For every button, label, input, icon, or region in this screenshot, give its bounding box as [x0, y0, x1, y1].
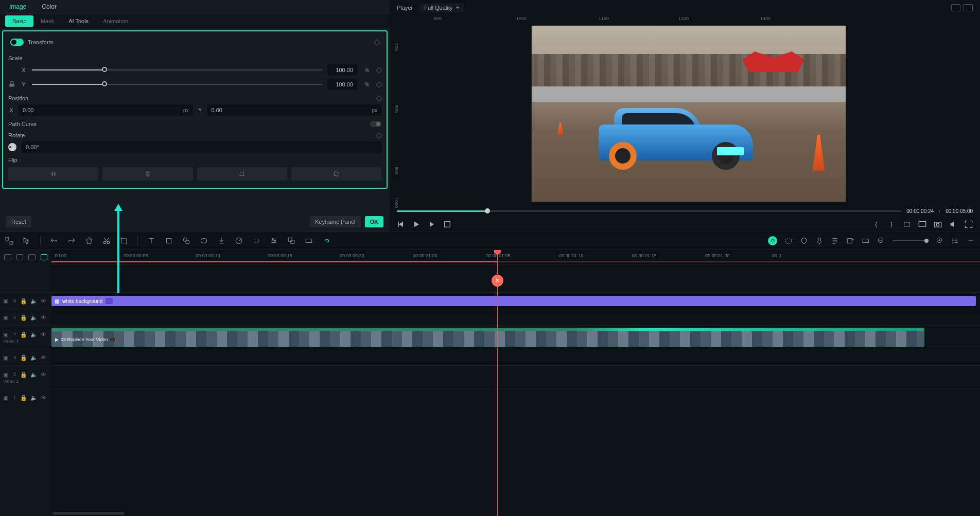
quality-dropdown[interactable]: Full Quality	[420, 3, 464, 12]
clip-white-background[interactable]: ▦ white background	[51, 296, 976, 306]
track-6[interactable]: ▦ white background	[51, 292, 980, 309]
track-4[interactable]: ▶ 09 Replace Your Video	[51, 325, 980, 349]
tab-color[interactable]: Color	[42, 3, 57, 10]
pointer-tool-icon[interactable]	[23, 237, 31, 245]
flip-vertical-button[interactable]	[102, 167, 192, 181]
zoom-in-icon[interactable]	[936, 237, 944, 245]
tl-head-btn-4[interactable]	[41, 254, 48, 260]
preview-canvas[interactable]	[400, 23, 977, 205]
pos-x-input[interactable]: 0.00 px	[19, 104, 193, 116]
stop-button[interactable]	[443, 220, 451, 228]
group-icon[interactable]	[287, 237, 295, 245]
display-icon[interactable]	[918, 220, 926, 228]
track-head-3[interactable]: ▣3 🔒🔈👁	[0, 349, 51, 365]
scale-x-keyframe-icon[interactable]	[376, 67, 382, 74]
speed-icon[interactable]	[235, 237, 243, 245]
reverse-icon[interactable]	[252, 237, 260, 245]
prev-frame-button[interactable]	[397, 220, 405, 228]
camera-icon[interactable]: ▣	[3, 298, 9, 304]
mark-out-button[interactable]: }	[887, 220, 896, 228]
mark-in-button[interactable]: {	[872, 220, 880, 228]
mute-icon[interactable]: 🔈	[30, 298, 37, 304]
tab-image[interactable]: Image	[9, 3, 26, 10]
loop-icon[interactable]	[903, 220, 911, 228]
undo-icon[interactable]	[50, 237, 58, 245]
rotate-keyframe-icon[interactable]	[376, 132, 382, 139]
timeline-scrollbar[interactable]	[51, 512, 980, 515]
record-icon[interactable]	[846, 237, 854, 245]
scale-x-value[interactable]: 100.00	[327, 64, 357, 76]
volume-icon[interactable]	[949, 220, 957, 228]
track-2[interactable]	[51, 365, 980, 389]
keyframe-panel-button[interactable]: Keyframe Panel	[310, 216, 360, 227]
ok-button[interactable]: OK	[365, 216, 384, 227]
cut-badge[interactable]: ✕	[492, 275, 503, 287]
shape-icon[interactable]	[165, 237, 173, 245]
list-icon[interactable]	[951, 237, 959, 245]
rotate-dial[interactable]	[8, 143, 16, 151]
compound-icon[interactable]	[305, 237, 313, 245]
shield-icon[interactable]	[800, 237, 808, 245]
crop-icon[interactable]	[120, 237, 128, 245]
download-icon[interactable]	[217, 237, 225, 245]
track-head-1[interactable]: ▣1 🔒🔈👁	[0, 389, 51, 405]
track-head-6[interactable]: ▣6 🔒 🔈 👁	[0, 292, 51, 309]
subtab-mask[interactable]: Mask	[33, 14, 61, 28]
scale-y-value[interactable]: 100.00	[327, 79, 357, 90]
delete-icon[interactable]	[85, 237, 93, 245]
compare-view-icon[interactable]	[951, 4, 960, 11]
playhead[interactable]: ✕	[497, 250, 498, 516]
snapshot-icon[interactable]	[934, 220, 942, 228]
cut-icon[interactable]	[102, 237, 111, 245]
eye-icon[interactable]: 👁	[41, 298, 47, 304]
transform-toggle[interactable]	[10, 39, 24, 46]
track-head-2[interactable]: ▣2🔒🔈👁 Video 2	[0, 365, 51, 389]
track-head-4[interactable]: ▣4🔒🔈👁 Video 4	[0, 325, 51, 349]
clip-replace-video[interactable]: ▶ 09 Replace Your Video	[51, 328, 924, 347]
player-progress[interactable]	[397, 210, 901, 212]
mic-icon[interactable]	[815, 237, 824, 245]
flip-rotate-ccw-button[interactable]	[291, 167, 381, 181]
enhance-icon[interactable]	[784, 237, 793, 245]
timeline-tracks[interactable]: :00:00 00:00:00:05 00:00:00:10 00:00:00:…	[51, 250, 980, 516]
tl-head-btn-1[interactable]	[4, 254, 11, 260]
position-keyframe-icon[interactable]	[376, 95, 382, 102]
subtab-aitools[interactable]: AI Tools	[61, 14, 96, 28]
track-head-5[interactable]: ▣5 🔒🔈👁	[0, 309, 51, 325]
track-1[interactable]	[51, 389, 980, 405]
scale-y-keyframe-icon[interactable]	[376, 81, 382, 88]
audio-mix-icon[interactable]	[831, 237, 839, 245]
scale-x-slider[interactable]	[32, 69, 322, 70]
settings-icon[interactable]	[967, 237, 975, 245]
mask-icon[interactable]	[200, 237, 208, 245]
track-3[interactable]	[51, 349, 980, 365]
track-5[interactable]	[51, 309, 980, 325]
pathcurve-toggle[interactable]	[370, 121, 381, 127]
transform-keyframe-icon[interactable]	[374, 39, 380, 46]
flip-rotate-cw-button[interactable]	[197, 167, 287, 181]
text-icon[interactable]	[147, 237, 155, 245]
chain-icon[interactable]	[322, 237, 330, 245]
pos-y-input[interactable]: 0.00 px	[207, 104, 382, 116]
scale-y-slider[interactable]	[32, 84, 322, 85]
tl-head-btn-2[interactable]	[16, 254, 24, 260]
subtab-basic[interactable]: Basic	[5, 15, 33, 27]
lock-icon[interactable]	[8, 81, 15, 88]
zoom-slider[interactable]	[892, 240, 929, 241]
lock-icon[interactable]: 🔒	[20, 298, 26, 304]
tl-head-btn-3[interactable]	[28, 254, 36, 260]
rotate-input[interactable]: 0.00°	[22, 141, 381, 153]
timeline-ruler[interactable]: :00:00 00:00:00:05 00:00:00:10 00:00:00:…	[51, 250, 980, 264]
redo-icon[interactable]	[67, 237, 76, 245]
next-frame-button[interactable]	[428, 220, 436, 228]
link-icon[interactable]	[182, 237, 190, 245]
preview-mode-icon[interactable]	[964, 4, 973, 11]
marker-icon[interactable]	[862, 237, 870, 245]
fullscreen-icon[interactable]	[965, 220, 973, 228]
reset-button[interactable]: Reset	[6, 216, 31, 227]
adjust-icon[interactable]	[270, 237, 278, 245]
flip-horizontal-button[interactable]	[8, 167, 98, 181]
subtab-animation[interactable]: Animation	[96, 14, 135, 28]
zoom-out-icon[interactable]	[877, 237, 885, 245]
select-tool-icon[interactable]	[5, 237, 13, 245]
